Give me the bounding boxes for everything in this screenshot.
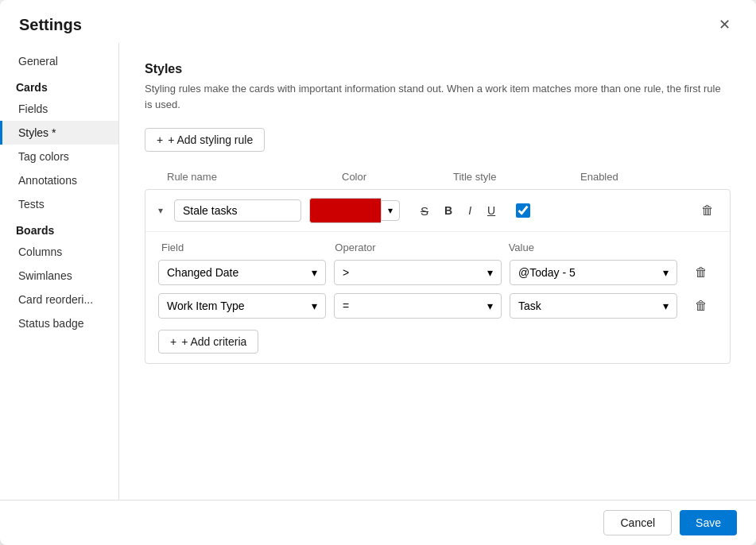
rule-row: ▾ ▾ S B I U: [145, 189, 731, 364]
sidebar-item-tag-colors[interactable]: Tag colors: [0, 145, 118, 168]
operator-select-1[interactable]: > ▾: [334, 260, 502, 285]
add-criteria-button[interactable]: + + Add criteria: [158, 330, 258, 354]
save-button[interactable]: Save: [680, 510, 737, 535]
table-header: Rule name Color Title style Enabled: [145, 168, 731, 186]
rule-expand-button[interactable]: ▾: [155, 203, 166, 218]
sidebar-item-tests[interactable]: Tests: [0, 192, 118, 216]
plus-icon: +: [170, 335, 176, 348]
operator-select-2-value: =: [343, 300, 349, 312]
chevron-down-icon: ▾: [663, 300, 669, 312]
plus-icon: +: [157, 133, 163, 146]
chevron-down-icon: ▾: [312, 300, 317, 312]
delete-icon: 🗑: [695, 265, 708, 279]
value-select-2[interactable]: Task ▾: [510, 293, 677, 319]
field-select-1-value: Changed Date: [167, 266, 238, 279]
col-header-rule-name: Rule name: [167, 171, 342, 183]
criteria-row: Changed Date ▾ > ▾ @Today - 5 ▾ 🗑: [158, 260, 717, 285]
delete-criteria-2-button[interactable]: 🗑: [685, 296, 717, 316]
dialog-title: Settings: [19, 16, 82, 34]
col-header-title-style: Title style: [453, 171, 580, 183]
cancel-button[interactable]: Cancel: [603, 510, 672, 535]
dialog-body: General Cards Fields Styles * Tag colors…: [0, 43, 756, 500]
rule-name-input[interactable]: [174, 199, 301, 222]
sidebar-item-annotations[interactable]: Annotations: [0, 168, 118, 192]
sidebar-item-swimlanes[interactable]: Swimlanes: [0, 264, 118, 288]
chevron-down-icon: ▾: [312, 266, 317, 279]
delete-icon: 🗑: [701, 203, 714, 217]
settings-dialog: Settings ✕ General Cards Fields Styles *…: [0, 0, 756, 545]
add-criteria-label: + Add criteria: [181, 335, 246, 348]
main-content: Styles Styling rules make the cards with…: [119, 43, 756, 500]
field-select-2-value: Work Item Type: [167, 300, 245, 312]
sidebar-item-columns[interactable]: Columns: [0, 240, 118, 264]
criteria-header: Field Operator Value: [158, 242, 717, 253]
underline-button[interactable]: U: [483, 201, 500, 220]
value-select-2-value: Task: [518, 300, 541, 312]
criteria-col-action: [682, 242, 714, 253]
sidebar-section-cards: Cards: [0, 73, 118, 97]
chevron-down-icon: ▾: [158, 205, 163, 216]
operator-select-1-value: >: [343, 266, 349, 279]
delete-criteria-1-button[interactable]: 🗑: [685, 262, 717, 283]
chevron-down-icon: ▾: [487, 300, 493, 312]
field-select-1[interactable]: Changed Date ▾: [158, 260, 326, 285]
col-header-enabled: Enabled: [580, 171, 644, 183]
criteria-col-field: Field: [161, 242, 335, 253]
value-select-1[interactable]: @Today - 5 ▾: [510, 260, 677, 285]
enabled-checkbox[interactable]: [516, 203, 530, 218]
bold-button[interactable]: B: [440, 201, 457, 220]
color-dropdown-button[interactable]: ▾: [381, 200, 400, 221]
col-header-color: Color: [342, 171, 453, 183]
chevron-down-icon: ▾: [388, 205, 393, 216]
sidebar-item-styles[interactable]: Styles *: [0, 121, 118, 145]
close-button[interactable]: ✕: [712, 13, 737, 37]
value-select-1-value: @Today - 5: [518, 266, 576, 279]
strikethrough-button[interactable]: S: [416, 201, 433, 221]
sidebar-section-boards: Boards: [0, 216, 118, 240]
sidebar-item-status-badge[interactable]: Status badge: [0, 311, 118, 335]
add-styling-rule-button[interactable]: + + Add styling rule: [145, 128, 265, 152]
section-description: Styling rules make the cards with import…: [145, 81, 731, 112]
add-styling-rule-label: + Add styling rule: [168, 133, 253, 146]
color-swatch[interactable]: [309, 198, 381, 223]
criteria-row: Work Item Type ▾ = ▾ Task ▾ 🗑: [158, 293, 717, 319]
chevron-down-icon: ▾: [663, 266, 669, 279]
criteria-col-operator: Operator: [335, 242, 508, 253]
sidebar: General Cards Fields Styles * Tag colors…: [0, 43, 119, 500]
delete-rule-button[interactable]: 🗑: [695, 200, 720, 221]
delete-icon: 🗑: [695, 299, 708, 312]
operator-select-2[interactable]: = ▾: [334, 293, 502, 319]
color-picker: ▾: [309, 198, 400, 223]
italic-button[interactable]: I: [463, 201, 476, 220]
dialog-footer: Cancel Save: [0, 500, 756, 545]
criteria-table: Field Operator Value Changed Date ▾ >: [145, 232, 730, 363]
criteria-col-value: Value: [509, 242, 682, 253]
sidebar-item-fields[interactable]: Fields: [0, 97, 118, 121]
field-select-2[interactable]: Work Item Type ▾: [158, 293, 326, 319]
title-style-controls: S B I U: [416, 201, 500, 221]
sidebar-item-general[interactable]: General: [0, 49, 118, 73]
rule-header: ▾ ▾ S B I U: [145, 190, 730, 232]
chevron-down-icon: ▾: [487, 266, 493, 279]
section-title: Styles: [145, 62, 731, 76]
dialog-header: Settings ✕: [0, 0, 756, 43]
sidebar-item-card-reorder[interactable]: Card reorderi...: [0, 288, 118, 311]
